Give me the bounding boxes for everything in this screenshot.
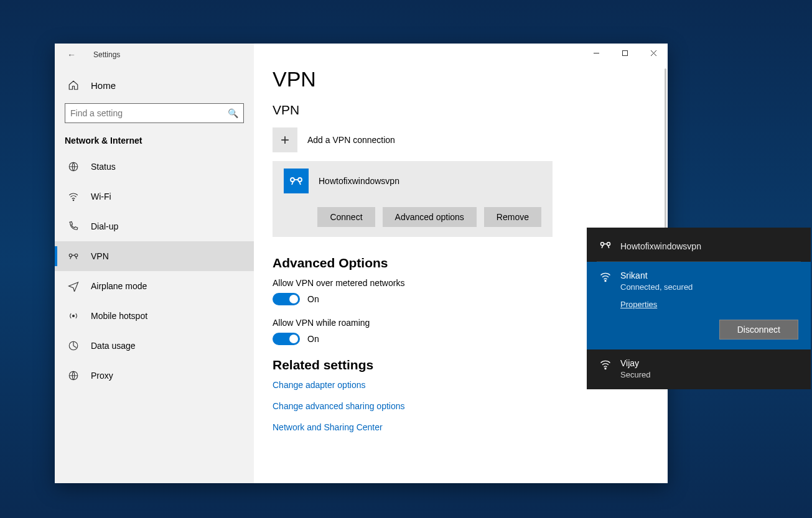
svg-point-13 <box>601 243 604 246</box>
close-button[interactable] <box>639 44 668 62</box>
network-flyout: Howtofixwindowsvpn SrikantConnected, sec… <box>587 228 811 389</box>
connect-button[interactable]: Connect <box>317 207 375 227</box>
page-title: VPN <box>273 67 649 91</box>
hotspot-icon <box>67 310 80 321</box>
disconnect-button[interactable]: Disconnect <box>719 320 798 340</box>
nav-item-vpn[interactable]: VPN <box>55 241 254 271</box>
nav-item-label: Airplane mode <box>91 281 147 291</box>
app-title: Settings <box>93 50 120 59</box>
network-name: Srikant <box>620 271 798 280</box>
nav-item-dial-up[interactable]: Dial-up <box>55 211 254 241</box>
globe-icon <box>67 161 80 172</box>
toggle-metered[interactable] <box>273 293 300 305</box>
sidebar: ← Settings Home 🔍 Network & Internet Sta… <box>55 44 254 483</box>
link-advanced-sharing[interactable]: Change advanced sharing options <box>273 401 649 411</box>
minimize-button[interactable] <box>582 44 610 62</box>
nav-item-status[interactable]: Status <box>55 152 254 182</box>
vpn-icon <box>67 251 80 262</box>
toggle-roaming-state: On <box>307 334 319 344</box>
search-wrap: 🔍 <box>55 97 254 123</box>
network-status: Secured <box>620 370 798 379</box>
svg-point-1 <box>73 200 74 201</box>
maximize-button[interactable] <box>610 44 639 62</box>
svg-point-12 <box>298 178 302 182</box>
search-input[interactable] <box>70 108 228 118</box>
nav-item-label: Dial-up <box>91 221 118 231</box>
network-properties-link[interactable]: Properties <box>620 300 798 309</box>
vpn-connection-card[interactable]: Howtofixwindowsvpn Connect Advanced opti… <box>273 161 553 237</box>
network-name: Vijay <box>620 358 798 368</box>
nav-item-data-usage[interactable]: Data usage <box>55 331 254 361</box>
phone-icon <box>67 221 80 232</box>
nav-item-label: VPN <box>91 251 109 261</box>
svg-point-2 <box>69 254 72 257</box>
category-header: Network & Internet <box>55 123 254 152</box>
nav-item-wi-fi[interactable]: Wi-Fi <box>55 182 254 211</box>
svg-rect-8 <box>622 50 627 55</box>
svg-point-4 <box>73 315 75 317</box>
back-arrow-icon[interactable]: ← <box>67 50 76 60</box>
scrollbar[interactable] <box>665 68 666 243</box>
proxy-icon <box>67 370 80 381</box>
nav-home[interactable]: Home <box>55 73 254 97</box>
titlebar-right <box>254 44 668 66</box>
svg-point-11 <box>291 178 294 182</box>
search-icon: 🔍 <box>228 108 238 118</box>
flyout-vpn-item[interactable]: Howtofixwindowsvpn <box>587 228 811 261</box>
search-box[interactable]: 🔍 <box>65 103 244 123</box>
nav-item-label: Status <box>91 162 116 172</box>
nav-item-mobile-hotspot[interactable]: Mobile hotspot <box>55 301 254 331</box>
vpn-section-title: VPN <box>273 103 649 118</box>
add-vpn-row[interactable]: + Add a VPN connection <box>273 127 649 152</box>
settings-window: ← Settings Home 🔍 Network & Internet Sta… <box>55 44 668 483</box>
toggle-metered-state: On <box>307 294 319 304</box>
nav-item-airplane-mode[interactable]: Airplane mode <box>55 271 254 301</box>
vpn-icon <box>284 169 309 193</box>
home-label: Home <box>91 80 116 91</box>
nav-item-label: Wi-Fi <box>91 192 111 201</box>
vpn-icon <box>599 239 612 254</box>
link-network-sharing-center[interactable]: Network and Sharing Center <box>273 422 649 432</box>
flyout-network-vijay[interactable]: VijaySecured <box>587 349 811 389</box>
add-vpn-label: Add a VPN connection <box>307 135 395 145</box>
nav-item-label: Data usage <box>91 341 136 351</box>
data-icon <box>67 340 80 351</box>
svg-point-15 <box>605 280 606 282</box>
nav-item-label: Mobile hotspot <box>91 311 147 321</box>
wifi-icon <box>599 358 612 379</box>
toggle-roaming[interactable] <box>273 333 300 345</box>
home-icon <box>67 80 80 91</box>
plus-icon: + <box>273 127 297 152</box>
network-status: Connected, secured <box>620 282 798 292</box>
remove-button[interactable]: Remove <box>484 207 541 227</box>
vpn-connection-name: Howtofixwindowsvpn <box>319 176 399 186</box>
wifi-icon <box>599 271 612 340</box>
advanced-options-button[interactable]: Advanced options <box>383 207 477 227</box>
flyout-network-srikant[interactable]: SrikantConnected, securedPropertiesDisco… <box>587 262 811 349</box>
airplane-icon <box>67 280 80 292</box>
titlebar-left: ← Settings <box>55 44 254 66</box>
flyout-vpn-name: Howtofixwindowsvpn <box>620 241 701 251</box>
svg-point-16 <box>605 368 606 369</box>
svg-point-14 <box>607 243 610 246</box>
wifi-icon <box>67 191 80 202</box>
nav-item-label: Proxy <box>91 371 113 381</box>
nav-item-proxy[interactable]: Proxy <box>55 361 254 391</box>
svg-point-3 <box>75 254 78 257</box>
